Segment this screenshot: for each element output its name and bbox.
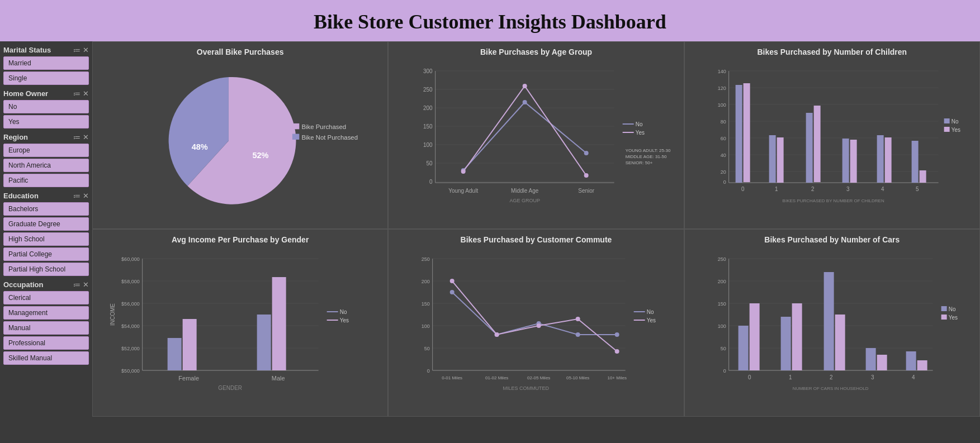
filter-sort-icon[interactable]: ≔ bbox=[73, 192, 81, 200]
svg-rect-152 bbox=[835, 315, 845, 370]
commute-chart-title: Bikes Purchased by Customer Commute bbox=[396, 235, 675, 244]
filter-clear-icon[interactable]: ✕ bbox=[83, 133, 89, 141]
svg-point-119 bbox=[576, 317, 580, 321]
svg-point-111 bbox=[450, 290, 455, 294]
income-chart-title: Avg Income Per Purchase by Gender bbox=[101, 235, 380, 244]
filter-btn-europe[interactable]: Europe bbox=[3, 144, 89, 157]
svg-point-25 bbox=[523, 100, 527, 104]
filter-clear-icon[interactable]: ✕ bbox=[83, 192, 89, 200]
filter-clear-icon[interactable]: ✕ bbox=[83, 89, 89, 98]
filter-btn-skilled-manual[interactable]: Skilled Manual bbox=[3, 351, 89, 365]
svg-text:250: 250 bbox=[423, 87, 433, 93]
svg-text:200: 200 bbox=[423, 105, 433, 111]
svg-rect-64 bbox=[877, 135, 883, 183]
svg-text:05-10 Miles: 05-10 Miles bbox=[566, 375, 589, 380]
svg-text:Female: Female bbox=[178, 375, 199, 382]
filter-clear-icon[interactable]: ✕ bbox=[83, 280, 89, 289]
svg-text:No: No bbox=[951, 118, 958, 125]
svg-text:50: 50 bbox=[427, 160, 433, 166]
age-group-chart-title: Bike Purchases by Age Group bbox=[396, 47, 675, 56]
svg-text:150: 150 bbox=[423, 123, 433, 130]
filter-sort-icon[interactable]: ≔ bbox=[73, 89, 81, 98]
main-layout: Marital Status≔✕MarriedSingleHome Owner≔… bbox=[0, 41, 980, 417]
svg-text:100: 100 bbox=[423, 142, 433, 148]
children-svg: 0 20 40 60 80 100 120 140 0 bbox=[693, 60, 972, 222]
filter-btn-no[interactable]: No bbox=[3, 100, 89, 113]
filter-header-occupation: Occupation≔✕ bbox=[3, 280, 89, 289]
filter-btn-pacific[interactable]: Pacific bbox=[3, 174, 89, 187]
income-male-no bbox=[257, 315, 271, 370]
svg-rect-157 bbox=[906, 351, 916, 370]
svg-point-120 bbox=[615, 349, 619, 354]
svg-text:Yes: Yes bbox=[647, 317, 656, 323]
svg-text:SENIOR: 50+: SENIOR: 50+ bbox=[626, 160, 653, 165]
svg-rect-148 bbox=[780, 317, 790, 370]
filter-section-occupation: Occupation≔✕ClericalManagementManualProf… bbox=[3, 280, 89, 365]
filter-title-home-owner: Home Owner bbox=[3, 89, 48, 98]
filter-btn-management[interactable]: Management bbox=[3, 306, 89, 320]
svg-point-26 bbox=[584, 151, 589, 155]
commute-svg: 0 50 100 150 200 250 bbox=[396, 247, 675, 409]
svg-text:01-02 Miles: 01-02 Miles bbox=[485, 375, 508, 380]
filter-sort-icon[interactable]: ≔ bbox=[73, 133, 81, 141]
filter-btn-partial-high-school[interactable]: Partial High School bbox=[3, 263, 89, 276]
svg-text:AGE GROUP: AGE GROUP bbox=[510, 198, 541, 203]
filter-btn-single[interactable]: Single bbox=[3, 72, 89, 85]
children-0-no bbox=[735, 85, 742, 183]
filter-header-marital-status: Marital Status≔✕ bbox=[3, 46, 89, 54]
svg-rect-161 bbox=[941, 306, 946, 311]
svg-text:YOUNG ADULT: 25-30: YOUNG ADULT: 25-30 bbox=[626, 148, 671, 153]
svg-rect-68 bbox=[919, 170, 926, 183]
svg-point-29 bbox=[584, 173, 589, 178]
filter-btn-graduate-degree[interactable]: Graduate Degree bbox=[3, 217, 89, 231]
svg-rect-163 bbox=[941, 315, 946, 320]
svg-text:No: No bbox=[340, 309, 347, 315]
svg-rect-67 bbox=[911, 141, 918, 183]
filter-btn-married[interactable]: Married bbox=[3, 56, 89, 70]
filter-btn-professional[interactable]: Professional bbox=[3, 336, 89, 350]
age-group-svg: 0 50 100 150 200 250 300 Young Adult Mid… bbox=[396, 60, 675, 222]
svg-point-118 bbox=[537, 323, 541, 328]
filter-sort-icon[interactable]: ≔ bbox=[73, 280, 81, 289]
svg-text:10+ Miles: 10+ Miles bbox=[608, 375, 627, 380]
svg-text:Yes: Yes bbox=[948, 315, 957, 321]
svg-rect-0 bbox=[292, 123, 299, 129]
svg-text:Bike Purchased: Bike Purchased bbox=[301, 123, 346, 130]
svg-text:4: 4 bbox=[912, 374, 915, 380]
income-svg: $50,000 $52,000 $54,000 $56,000 $58,000 … bbox=[101, 247, 380, 409]
svg-text:$52,000: $52,000 bbox=[121, 346, 140, 351]
svg-text:0: 0 bbox=[723, 368, 726, 374]
svg-text:5: 5 bbox=[916, 186, 919, 192]
filter-btn-manual[interactable]: Manual bbox=[3, 321, 89, 335]
svg-text:150: 150 bbox=[717, 301, 726, 307]
svg-rect-73 bbox=[944, 127, 949, 132]
sidebar: Marital Status≔✕MarriedSingleHome Owner≔… bbox=[0, 41, 92, 417]
filter-btn-north-america[interactable]: North America bbox=[3, 159, 89, 172]
filter-icons-marital-status: ≔✕ bbox=[73, 46, 89, 54]
filter-btn-partial-college[interactable]: Partial College bbox=[3, 247, 89, 261]
pie-label-purchased: 52% bbox=[252, 151, 268, 160]
svg-text:$60,000: $60,000 bbox=[121, 256, 140, 262]
filter-clear-icon[interactable]: ✕ bbox=[83, 46, 89, 54]
commute-chart-cell: Bikes Purchased by Customer Commute 0 50… bbox=[388, 229, 684, 417]
svg-rect-151 bbox=[823, 272, 834, 370]
svg-text:MILES COMMUTED: MILES COMMUTED bbox=[503, 385, 550, 391]
filter-btn-bachelors[interactable]: Bachelors bbox=[3, 202, 89, 216]
svg-rect-56 bbox=[777, 137, 783, 183]
svg-rect-149 bbox=[792, 303, 802, 370]
filter-header-education: Education≔✕ bbox=[3, 192, 89, 200]
children-chart-title: Bikes Purchased by Number of Children bbox=[693, 47, 972, 56]
svg-text:Male: Male bbox=[272, 375, 285, 382]
filter-btn-yes[interactable]: Yes bbox=[3, 115, 89, 128]
svg-text:50: 50 bbox=[720, 346, 726, 351]
filter-btn-clerical[interactable]: Clerical bbox=[3, 291, 89, 304]
filter-sort-icon[interactable]: ≔ bbox=[73, 46, 81, 54]
svg-rect-55 bbox=[769, 135, 775, 183]
svg-text:3: 3 bbox=[871, 374, 874, 380]
filter-header-home-owner: Home Owner≔✕ bbox=[3, 89, 89, 98]
filter-btn-high-school[interactable]: High School bbox=[3, 232, 89, 246]
svg-rect-158 bbox=[917, 360, 927, 370]
svg-text:No: No bbox=[636, 121, 643, 127]
svg-point-114 bbox=[576, 332, 580, 337]
svg-text:100: 100 bbox=[422, 323, 430, 329]
